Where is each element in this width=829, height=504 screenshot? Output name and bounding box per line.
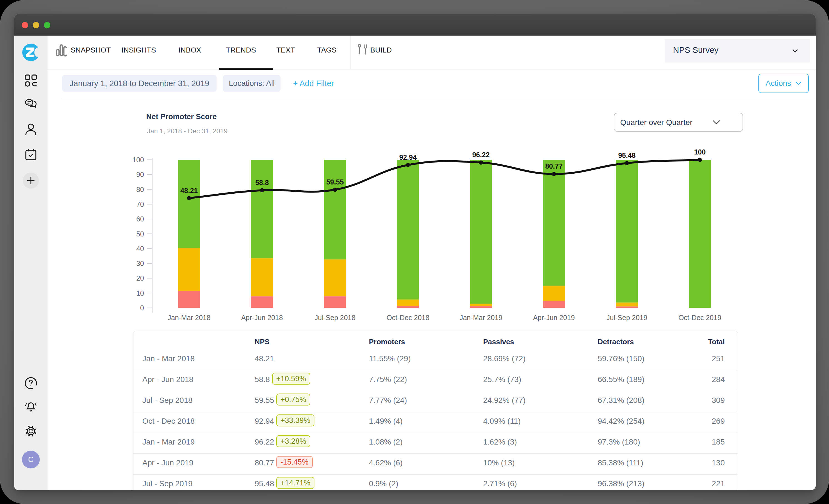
svg-text:96.22: 96.22 (472, 151, 490, 159)
svg-text:0: 0 (140, 304, 144, 312)
svg-text:Jan-Mar 2019: Jan-Mar 2019 (460, 314, 502, 321)
svg-text:60: 60 (136, 215, 144, 223)
svg-text:58.8: 58.8 (255, 179, 269, 186)
svg-text:10: 10 (136, 289, 144, 297)
svg-text:95.48: 95.48 (618, 151, 636, 159)
svg-text:100: 100 (132, 156, 144, 164)
svg-text:40: 40 (136, 245, 144, 253)
svg-text:70: 70 (136, 200, 144, 208)
svg-text:30: 30 (136, 260, 144, 267)
svg-text:59.55: 59.55 (326, 178, 344, 186)
svg-text:100: 100 (694, 148, 706, 156)
svg-text:92.94: 92.94 (399, 153, 417, 161)
svg-text:Apr-Jun 2019: Apr-Jun 2019 (533, 314, 575, 321)
svg-text:Oct-Dec 2018: Oct-Dec 2018 (387, 314, 429, 321)
svg-text:Apr-Jun 2018: Apr-Jun 2018 (241, 314, 283, 321)
svg-text:80.77: 80.77 (545, 162, 563, 170)
svg-text:Jul-Sep 2019: Jul-Sep 2019 (606, 314, 647, 321)
svg-text:90: 90 (136, 170, 144, 179)
svg-text:48.21: 48.21 (180, 187, 198, 194)
svg-text:Jul-Sep 2018: Jul-Sep 2018 (315, 314, 355, 321)
svg-text:Oct-Dec 2019: Oct-Dec 2019 (678, 314, 721, 321)
svg-text:50: 50 (136, 230, 144, 238)
svg-text:Jan-Mar 2018: Jan-Mar 2018 (168, 314, 211, 321)
svg-text:80: 80 (136, 186, 144, 193)
svg-text:20: 20 (136, 274, 144, 282)
